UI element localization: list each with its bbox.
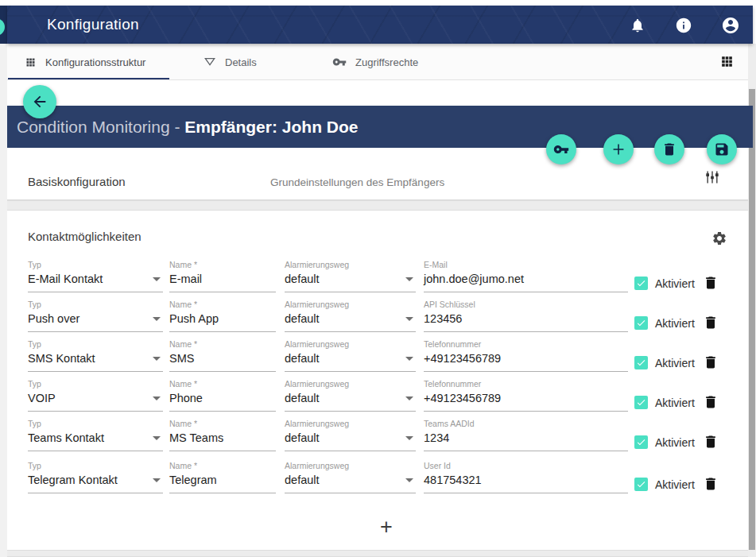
- activated-label: Aktiviert: [655, 396, 695, 409]
- add-contact-button[interactable]: +: [365, 511, 408, 543]
- alarmierungsweg-select[interactable]: Alarmierungsweg default: [285, 258, 416, 292]
- delete-contact-button[interactable]: [703, 394, 719, 410]
- contact-value-input[interactable]: E-Mail john.doe@jumo.net: [424, 258, 628, 292]
- grid-menu-icon[interactable]: [719, 54, 735, 69]
- bell-icon[interactable]: [630, 14, 646, 29]
- contact-value-input[interactable]: Telefonnummer +49123456789: [424, 377, 628, 412]
- name-label: Name *: [169, 419, 197, 428]
- delete-contact-button[interactable]: [703, 434, 719, 450]
- trash-icon: [703, 275, 719, 291]
- basiskonfiguration-row[interactable]: Basiskonfiguration Grundeinstellungen de…: [7, 148, 748, 200]
- activated-checkbox[interactable]: [634, 478, 648, 491]
- contact-value: john.doe@jumo.net: [424, 273, 524, 285]
- typ-select[interactable]: Typ Push over: [28, 298, 163, 332]
- trash-icon: [703, 315, 719, 331]
- check-icon: [636, 318, 646, 328]
- typ-value: Teams Kontakt: [28, 431, 104, 444]
- contact-value-label: Teams AADId: [424, 419, 475, 428]
- name-value: Push App: [169, 312, 219, 325]
- name-input[interactable]: Name * MS Teams: [169, 417, 276, 451]
- tab-details[interactable]: Details: [204, 44, 257, 80]
- contact-row: Typ E-Mail Kontakt Name * E-mail Alarmie…: [7, 258, 748, 296]
- typ-label: Typ: [28, 300, 41, 309]
- typ-select[interactable]: Typ SMS Kontakt: [28, 338, 163, 372]
- name-label: Name *: [169, 339, 197, 349]
- name-input[interactable]: Name * E-mail: [169, 258, 276, 292]
- check-icon: [636, 437, 646, 447]
- add-button[interactable]: [603, 134, 634, 164]
- tab-label: Zugriffsrechte: [355, 56, 418, 68]
- activated-label: Aktiviert: [655, 277, 695, 290]
- app-bar: Konfiguration: [7, 6, 753, 44]
- activated-checkbox[interactable]: [634, 396, 648, 409]
- name-input[interactable]: Name * Push App: [169, 298, 276, 332]
- alarmierungsweg-label: Alarmierungsweg: [285, 419, 349, 428]
- alarmierungsweg-select[interactable]: Alarmierungsweg default: [285, 377, 416, 412]
- activated-label: Aktiviert: [655, 357, 695, 369]
- name-value: E-mail: [169, 273, 202, 285]
- contact-row: Typ SMS Kontakt Name * SMS Alarmierungsw…: [7, 338, 748, 376]
- typ-label: Typ: [28, 260, 41, 269]
- save-icon: [714, 141, 730, 157]
- name-input[interactable]: Name * Telegram: [169, 459, 276, 493]
- contact-value-input[interactable]: Teams AADId 1234: [424, 417, 628, 451]
- typ-select[interactable]: Typ VOIP: [28, 377, 163, 412]
- alarmierungsweg-value: default: [285, 431, 320, 444]
- chevron-down-icon: [405, 357, 413, 361]
- alarmierungsweg-select[interactable]: Alarmierungsweg default: [285, 338, 416, 372]
- activated-checkbox[interactable]: [634, 277, 648, 290]
- tab-zugriffsrechte[interactable]: Zugriffsrechte: [332, 44, 418, 80]
- typ-label: Typ: [28, 379, 41, 389]
- account-icon[interactable]: [721, 12, 740, 31]
- alarmierungsweg-select[interactable]: Alarmierungsweg default: [285, 417, 416, 451]
- activated-checkbox[interactable]: [634, 316, 648, 330]
- page-header-band: Condition Monitoring - Empfänger: John D…: [7, 106, 753, 148]
- typ-select[interactable]: Typ E-Mail Kontakt: [28, 258, 163, 292]
- key-icon: [553, 141, 569, 157]
- delete-button[interactable]: [654, 134, 684, 164]
- contact-value-label: Telefonnummer: [424, 379, 481, 389]
- delete-contact-button[interactable]: [703, 354, 719, 370]
- trash-icon: [661, 141, 677, 157]
- tab-konfigurationsstruktur[interactable]: Konfigurationsstruktur: [25, 44, 145, 80]
- tune-sliders-icon[interactable]: [704, 169, 720, 185]
- delete-contact-button[interactable]: [703, 275, 719, 291]
- activated-checkbox[interactable]: [634, 356, 648, 369]
- contact-value-input[interactable]: API Schlüssel 123456: [424, 298, 628, 332]
- contact-value-label: User Id: [424, 461, 451, 470]
- name-label: Name *: [169, 260, 197, 269]
- name-input[interactable]: Name * SMS: [169, 338, 276, 372]
- delete-contact-button[interactable]: [703, 476, 719, 492]
- gear-icon[interactable]: [711, 230, 727, 246]
- activated-label: Aktiviert: [655, 436, 695, 449]
- contact-value: 481754321: [424, 474, 482, 486]
- left-rail: [0, 44, 7, 557]
- access-rights-button[interactable]: [546, 134, 576, 164]
- back-button[interactable]: [23, 85, 56, 118]
- tab-label: Details: [225, 56, 257, 68]
- typ-select[interactable]: Typ Teams Kontakt: [28, 417, 163, 451]
- active-tab-indicator: [8, 78, 169, 79]
- check-icon: [636, 479, 646, 489]
- scrollbar-thumb[interactable]: [749, 89, 755, 550]
- name-label: Name *: [169, 379, 197, 389]
- delete-contact-button[interactable]: [703, 315, 719, 331]
- contact-row: Typ Telegram Kontakt Name * Telegram Ala…: [7, 459, 748, 497]
- typ-select[interactable]: Typ Telegram Kontakt: [28, 459, 163, 493]
- contact-value-input[interactable]: Telefonnummer +49123456789: [424, 338, 628, 372]
- name-input[interactable]: Name * Phone: [169, 377, 276, 412]
- save-button[interactable]: [707, 134, 737, 164]
- alarmierungsweg-select[interactable]: Alarmierungsweg default: [285, 459, 416, 493]
- activated-checkbox[interactable]: [634, 435, 648, 449]
- bottom-strip: [7, 550, 748, 557]
- arrow-back-icon: [31, 93, 48, 110]
- name-value: Telegram: [169, 474, 217, 486]
- alarmierungsweg-label: Alarmierungsweg: [285, 379, 349, 389]
- info-icon[interactable]: [675, 13, 692, 30]
- trash-icon: [703, 476, 719, 492]
- contact-value-input[interactable]: User Id 481754321: [424, 459, 628, 493]
- typ-label: Typ: [28, 419, 41, 428]
- chevron-down-icon: [153, 436, 161, 440]
- contact-value-label: API Schlüssel: [424, 300, 475, 309]
- alarmierungsweg-select[interactable]: Alarmierungsweg default: [285, 298, 416, 332]
